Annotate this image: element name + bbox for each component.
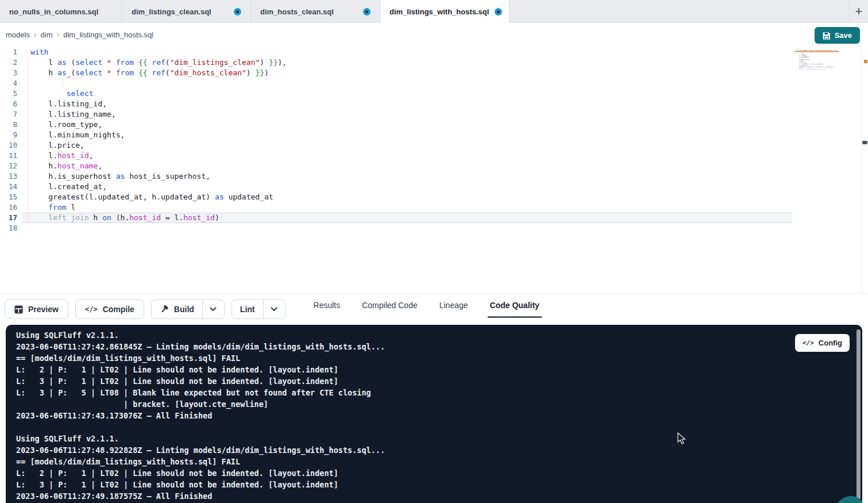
action-buttons: Preview </> Compile Build [5, 300, 286, 319]
build-dropdown-button[interactable] [202, 300, 224, 318]
breadcrumb-separator: › [57, 30, 60, 39]
compile-label: Compile [103, 305, 134, 314]
indent-guide [28, 57, 28, 223]
code-lines: 1with2 l as (select * from {{ ref("dim_l… [0, 46, 868, 233]
compile-button[interactable]: </> Compile [75, 300, 144, 319]
chevron-down-icon [210, 307, 217, 312]
indent-guide [63, 78, 63, 90]
breadcrumb-item[interactable]: models [6, 30, 30, 39]
line-number: 2 [0, 57, 17, 68]
line-number: 7 [0, 109, 17, 120]
breadcrumb-separator: › [34, 30, 37, 39]
line-number: 14 [0, 182, 17, 192]
hammer-icon [160, 305, 169, 314]
code-icon: </> [803, 339, 814, 347]
breadcrumb: models›dim›dim_listings_with_hosts.sql [6, 29, 153, 40]
tab-label: dim_listings_clean.sql [132, 7, 211, 16]
code-line[interactable]: 3 h as (select * from {{ ref("dim_hosts_… [0, 68, 868, 78]
line-number: 13 [0, 171, 17, 182]
code-line[interactable]: 5 select [0, 89, 868, 99]
tab-label: no_nulls_in_columns.sql [9, 7, 98, 16]
code-icon: </> [85, 305, 98, 313]
build-label: Build [174, 305, 194, 314]
line-number: 12 [0, 161, 17, 171]
table-icon [14, 305, 23, 314]
code-line[interactable]: 12 h.host_name, [0, 161, 868, 171]
code-line[interactable]: 18 [0, 223, 868, 233]
code-editor[interactable]: 1with2 l as (select * from {{ ref("dim_l… [0, 46, 868, 293]
code-line[interactable]: 11 l.host_id, [0, 151, 868, 161]
unsaved-changes-icon[interactable] [234, 8, 241, 16]
line-number: 10 [0, 140, 17, 151]
tab-code-quality[interactable]: Code Quality [488, 294, 542, 318]
tab-label: dim_hosts_clean.sql [260, 7, 334, 16]
line-number: 9 [0, 130, 17, 140]
code-line[interactable]: 6 l.listing_id, [0, 99, 868, 109]
preview-label: Preview [28, 305, 59, 314]
build-button[interactable]: Build [152, 300, 202, 318]
terminal-output: Using SQLFluff v2.1.1. 2023-06-06T11:27:… [16, 329, 385, 502]
line-number: 1 [0, 47, 17, 57]
line-number: 11 [0, 151, 17, 161]
tab-results[interactable]: Results [311, 294, 343, 318]
line-number: 5 [0, 89, 17, 99]
bottom-toolbar: Preview </> Compile Build [0, 293, 868, 325]
code-line[interactable]: 14 l.created_at, [0, 182, 868, 192]
code-line[interactable]: 15 greatest(l.updated_at, h.updated_at) … [0, 192, 868, 202]
code-line[interactable]: 2 l as (select * from {{ ref("dim_listin… [0, 57, 868, 68]
line-number: 4 [0, 78, 17, 89]
line-number: 6 [0, 99, 17, 109]
lint-button[interactable]: Lint [232, 300, 263, 318]
code-line[interactable]: 7 l.listing_name, [0, 109, 868, 120]
code-line[interactable]: 17 left join h on (h.host_id = l.host_id… [0, 213, 868, 223]
tab-lineage[interactable]: Lineage [437, 294, 470, 318]
tab-label: dim_listings_with_hosts.sql [389, 7, 489, 16]
save-icon [823, 32, 831, 40]
breadcrumb-item[interactable]: dim_listings_with_hosts.sql [63, 30, 153, 39]
preview-button[interactable]: Preview [5, 300, 68, 319]
breadcrumb-item[interactable]: dim [41, 30, 53, 39]
minimap-highlight-band [794, 51, 839, 52]
editor-tab-bar: no_nulls_in_columns.sqldim_listings_clea… [0, 0, 868, 23]
code-line[interactable]: 10 l.price, [0, 140, 868, 151]
save-label: Save [835, 31, 852, 40]
editor-tab-4[interactable]: dim_listings_with_hosts.sql [380, 0, 510, 23]
lint-split-button: Lint [232, 300, 286, 319]
build-split-button: Build [151, 300, 225, 319]
code-line[interactable]: 13 h.is_superhost as host_is_superhost, [0, 171, 868, 182]
save-button[interactable]: Save [815, 27, 860, 44]
breadcrumb-bar: models›dim›dim_listings_with_hosts.sql S… [0, 23, 868, 46]
line-number: 3 [0, 68, 17, 78]
unsaved-changes-icon[interactable] [363, 8, 371, 16]
config-button[interactable]: </> Config [795, 334, 850, 352]
code-line[interactable]: 4 [0, 78, 868, 89]
line-number: 8 [0, 120, 17, 130]
terminal-panel: Using SQLFluff v2.1.1. 2023-06-06T11:27:… [6, 325, 862, 503]
unsaved-changes-icon[interactable] [495, 8, 502, 16]
editor-tab-3[interactable]: dim_hosts_clean.sql [251, 0, 380, 23]
dbt-ide-app: no_nulls_in_columns.sqldim_listings_clea… [0, 0, 868, 503]
line-number: 15 [0, 192, 17, 202]
code-line[interactable]: 16 from l [0, 202, 868, 213]
line-number: 18 [0, 223, 17, 233]
editor-tabs: no_nulls_in_columns.sqldim_listings_clea… [0, 0, 510, 23]
tab-compiled-code[interactable]: Compiled Code [360, 294, 420, 318]
editor-tab-1[interactable]: no_nulls_in_columns.sql [0, 0, 122, 23]
new-tab-button[interactable]: + [853, 5, 865, 18]
line-number: 16 [0, 202, 17, 213]
terminal-scrollbar[interactable] [857, 329, 861, 500]
code-line[interactable]: 8 l.room_type, [0, 120, 868, 130]
config-label: Config [819, 339, 842, 347]
tabbar-end: + [849, 0, 868, 23]
lint-label: Lint [240, 305, 255, 314]
panel-tabs: Results Compiled Code Lineage Code Quali… [311, 294, 542, 318]
code-line[interactable]: 1with [0, 47, 868, 57]
code-line[interactable]: 9 l.minimum_nights, [0, 130, 868, 140]
line-number: 17 [0, 213, 17, 223]
lint-dropdown-button[interactable] [263, 300, 285, 318]
editor-tab-2[interactable]: dim_listings_clean.sql [122, 0, 251, 23]
chevron-down-icon [271, 307, 277, 312]
